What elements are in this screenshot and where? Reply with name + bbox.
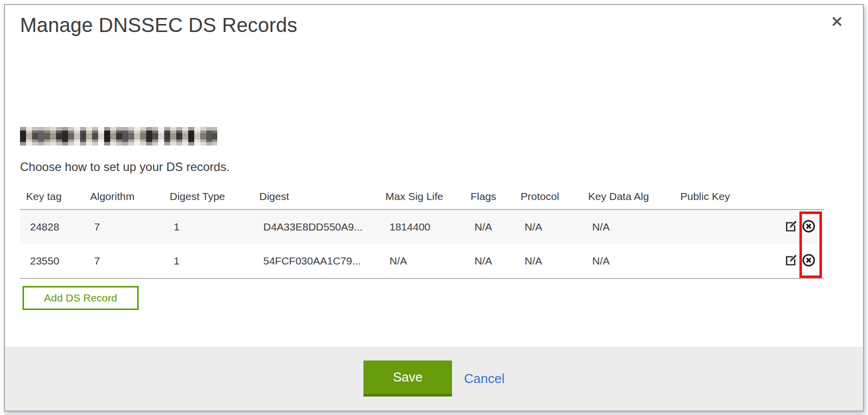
cell-digest-type: 1: [170, 255, 259, 267]
cell-algorithm: 7: [90, 221, 170, 233]
close-button[interactable]: [827, 12, 847, 32]
delete-circle-x-icon: [801, 219, 816, 235]
cell-key-tag: 24828: [26, 221, 90, 233]
cell-flags: N/A: [471, 255, 521, 267]
header-key-tag: Key tag: [26, 190, 90, 202]
manage-dnssec-dialog: Manage DNSSEC DS Records Choose how to s…: [4, 4, 864, 412]
redacted-domain-name: [20, 127, 217, 146]
header-public-key: Public Key: [680, 190, 778, 202]
cell-protocol: N/A: [521, 221, 588, 233]
cell-key-tag: 23550: [26, 255, 90, 267]
cell-key-data-alg: N/A: [588, 255, 680, 267]
cell-max-sig-life: N/A: [385, 255, 471, 267]
row-actions: [778, 253, 824, 269]
delete-record-button[interactable]: [801, 253, 816, 269]
delete-circle-x-icon: [801, 253, 816, 269]
header-max-sig-life: Max Sig Life: [385, 190, 471, 202]
cell-max-sig-life: 1814400: [385, 221, 471, 233]
delete-record-button[interactable]: [801, 219, 816, 235]
save-button[interactable]: Save: [363, 360, 452, 396]
edit-record-button[interactable]: [784, 220, 798, 234]
cancel-link[interactable]: Cancel: [464, 371, 505, 386]
header-protocol: Protocol: [521, 190, 588, 202]
edit-pencil-icon: [784, 254, 798, 268]
cell-flags: N/A: [471, 221, 521, 233]
table-header-row: Key tag Algorithm Digest Type Digest Max…: [20, 184, 824, 209]
edit-record-button[interactable]: [784, 254, 798, 268]
cell-protocol: N/A: [521, 255, 588, 267]
close-icon: [831, 16, 843, 29]
header-algorithm: Algorithm: [90, 190, 170, 202]
dialog-footer: Save Cancel: [5, 346, 863, 410]
header-key-data-alg: Key Data Alg: [588, 190, 680, 202]
table-row: 24828 7 1 D4A33E8DD550A9... 1814400 N/A …: [20, 210, 824, 244]
dialog-title: Manage DNSSEC DS Records: [20, 14, 297, 36]
add-ds-record-button[interactable]: Add DS Record: [23, 286, 139, 310]
table-row: 23550 7 1 54FCF030AA1C79... N/A N/A N/A …: [20, 244, 824, 278]
header-digest-type: Digest Type: [170, 190, 259, 202]
table-body: 24828 7 1 D4A33E8DD550A9... 1814400 N/A …: [20, 209, 824, 279]
ds-records-table: Key tag Algorithm Digest Type Digest Max…: [20, 184, 824, 279]
instruction-text: Choose how to set up your DS records.: [20, 160, 230, 174]
cell-key-data-alg: N/A: [588, 221, 680, 233]
row-actions: [778, 219, 824, 235]
cell-digest-type: 1: [170, 221, 259, 233]
edit-pencil-icon: [784, 220, 798, 234]
header-flags: Flags: [471, 190, 521, 202]
cell-digest: D4A33E8DD550A9...: [259, 221, 385, 233]
cell-digest: 54FCF030AA1C79...: [259, 255, 385, 267]
header-digest: Digest: [259, 190, 385, 202]
cell-algorithm: 7: [90, 255, 170, 267]
